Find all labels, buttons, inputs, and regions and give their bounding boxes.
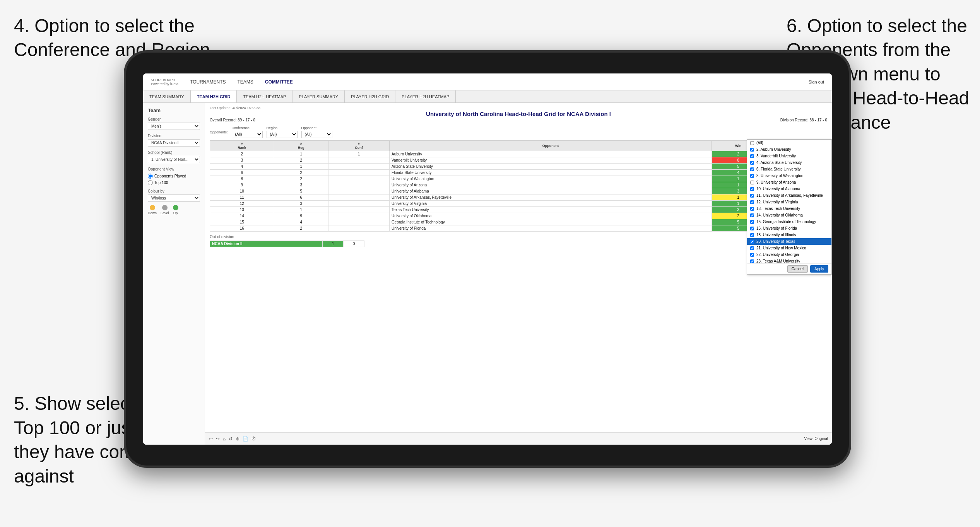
cell-rank: 16 — [210, 225, 274, 232]
redo-icon[interactable]: ↪ — [216, 436, 220, 442]
colour-by-select[interactable]: Win/loss — [148, 194, 200, 202]
dropdown-checkbox[interactable] — [750, 207, 754, 211]
dropdown-checkbox[interactable] — [750, 141, 754, 145]
dropdown-checkbox[interactable] — [750, 174, 754, 178]
dropdown-item[interactable]: 12. University of Virginia — [747, 199, 831, 205]
dropdown-item[interactable]: 21. University of New Mexico — [747, 245, 831, 251]
opponent-dropdown[interactable]: (All) 2. Auburn University 3. Vanderbilt… — [747, 139, 832, 275]
timer-icon[interactable]: ⏱ — [251, 436, 256, 442]
cell-conf — [328, 164, 390, 170]
nav-committee[interactable]: COMMITTEE — [265, 79, 293, 85]
dropdown-checkbox[interactable] — [750, 194, 754, 198]
dropdown-checkbox[interactable] — [750, 213, 754, 217]
dropdown-checkbox[interactable] — [750, 167, 754, 171]
region-select[interactable]: (All) — [267, 131, 298, 138]
col-opponent: Opponent — [390, 141, 712, 151]
zoom-icon[interactable]: ⊕ — [236, 436, 239, 442]
dropdown-item[interactable]: 8. University of Washington — [747, 172, 831, 179]
table-row: 12 3 University of Virginia 1 0 — [210, 201, 827, 207]
opponent-filter: Opponent (All) — [301, 126, 332, 138]
dropdown-footer: Cancel Apply — [747, 263, 831, 274]
dropdown-checkbox[interactable] — [750, 259, 754, 263]
dropdown-checkbox[interactable] — [750, 240, 754, 244]
dropdown-checkbox[interactable] — [750, 148, 754, 152]
tab-player-h2h-grid[interactable]: PLAYER H2H GRID — [345, 90, 395, 102]
dropdown-item[interactable]: 14. University of Oklahoma — [747, 212, 831, 218]
tab-team-summary[interactable]: TEAM SUMMARY — [143, 90, 191, 102]
dropdown-checkbox[interactable] — [750, 253, 754, 257]
region-filter: Region (All) — [267, 126, 298, 138]
dropdown-item[interactable]: 3. Vanderbilt University — [747, 153, 831, 159]
dropdown-checkbox[interactable] — [750, 161, 754, 165]
dropdown-item[interactable]: 20. University of Texas — [747, 238, 831, 245]
dropdown-checkbox[interactable] — [750, 200, 754, 204]
table-row: 9 3 University of Arizona 1 0 — [210, 182, 827, 188]
cell-reg: 2 — [274, 225, 328, 232]
radio-top100[interactable]: Top 100 — [148, 180, 200, 185]
cell-conf — [328, 182, 390, 188]
out-of-division-table: NCAA Division II 1 0 — [210, 240, 364, 247]
nav-tournaments[interactable]: TOURNAMENTS — [190, 79, 226, 85]
opponent-view-label: Opponent View — [148, 167, 200, 171]
dropdown-item[interactable]: (All) — [747, 140, 831, 146]
dropdown-item[interactable]: 10. University of Alabama — [747, 186, 831, 192]
division-select[interactable]: NCAA Division I — [148, 139, 200, 147]
app-logo: 5COREBOARD Powered by iData — [151, 78, 178, 86]
tab-team-h2h-grid[interactable]: TEAM H2H GRID — [191, 90, 237, 102]
out-of-division-row: NCAA Division II 1 0 — [210, 241, 364, 247]
overall-record: Overall Record: 89 - 17 - 0 — [210, 118, 255, 122]
dropdown-checkbox[interactable] — [750, 246, 754, 250]
cancel-button[interactable]: Cancel — [787, 265, 808, 273]
dropdown-checkbox[interactable] — [750, 233, 754, 237]
dropdown-checkbox[interactable] — [750, 181, 754, 184]
cell-rank: 10 — [210, 188, 274, 194]
dropdown-checkbox[interactable] — [750, 227, 754, 230]
cell-opponent: University of Oklahoma — [390, 213, 712, 219]
dropdown-item[interactable]: 23. Texas A&M University — [747, 258, 831, 263]
apply-button[interactable]: Apply — [810, 265, 828, 273]
dropdown-item[interactable]: 15. Georgia Institute of Technology — [747, 218, 831, 225]
cell-opponent: Georgia Institute of Technology — [390, 219, 712, 225]
cell-reg: 1 — [274, 207, 328, 213]
nav-links: TOURNAMENTS TEAMS COMMITTEE — [190, 79, 293, 85]
view-label: View: Original — [804, 437, 828, 441]
gender-select[interactable]: Men's — [148, 123, 200, 130]
cell-rank: 12 — [210, 201, 274, 207]
tab-player-h2h-heatmap[interactable]: PLAYER H2H HEATMAP — [395, 90, 456, 102]
tab-player-summary[interactable]: PLAYER SUMMARY — [292, 90, 345, 102]
dropdown-checkbox[interactable] — [750, 154, 754, 158]
radio-opponents-played[interactable]: Opponents Played — [148, 174, 200, 179]
col-reg: #Reg — [274, 141, 328, 151]
grid-header: Last Updated: 4/7/2024 16:55:38 Universi… — [205, 103, 832, 126]
nav-teams[interactable]: TEAMS — [238, 79, 253, 85]
export-icon[interactable]: 📄 — [243, 436, 248, 442]
signout-link[interactable]: Sign out — [809, 80, 824, 84]
dropdown-item[interactable]: 16. University of Florida — [747, 225, 831, 232]
cell-opponent: Texas Tech University — [390, 207, 712, 213]
refresh-icon[interactable]: ↺ — [229, 436, 233, 442]
dropdown-checkbox[interactable] — [750, 220, 754, 224]
out-of-division: Out of division NCAA Division II 1 0 — [210, 235, 827, 247]
home-icon[interactable]: ⌂ — [223, 436, 226, 442]
cell-conf — [328, 207, 390, 213]
dropdown-item[interactable]: 13. Texas Tech University — [747, 205, 831, 212]
dropdown-item[interactable]: 2. Auburn University — [747, 146, 831, 153]
undo-icon[interactable]: ↩ — [209, 436, 213, 442]
dropdown-item[interactable]: 11. University of Arkansas, Fayetteville — [747, 192, 831, 199]
cell-rank: 9 — [210, 182, 274, 188]
tab-team-h2h-heatmap[interactable]: TEAM H2H HEATMAP — [237, 90, 292, 102]
dropdown-item[interactable]: 9. University of Arizona — [747, 179, 831, 186]
dropdown-item[interactable]: 18. University of Illinois — [747, 232, 831, 238]
dropdown-item[interactable]: 6. Florida State University — [747, 166, 831, 172]
record-row: Overall Record: 89 - 17 - 0 Division Rec… — [210, 118, 827, 122]
school-select[interactable]: 1. University of Nort... — [148, 156, 200, 163]
opponent-view-group: Opponents Played Top 100 — [148, 174, 200, 185]
dropdown-item[interactable]: 22. University of Georgia — [747, 251, 831, 258]
dropdown-item[interactable]: 4. Arizona State University — [747, 159, 831, 166]
cell-conf — [328, 219, 390, 225]
col-conf: #Conf — [328, 141, 390, 151]
table-row: 6 2 Florida State University 4 2 — [210, 170, 827, 176]
conference-select[interactable]: (All) — [232, 131, 263, 138]
opponent-select[interactable]: (All) — [301, 131, 332, 138]
dropdown-checkbox[interactable] — [750, 187, 754, 191]
